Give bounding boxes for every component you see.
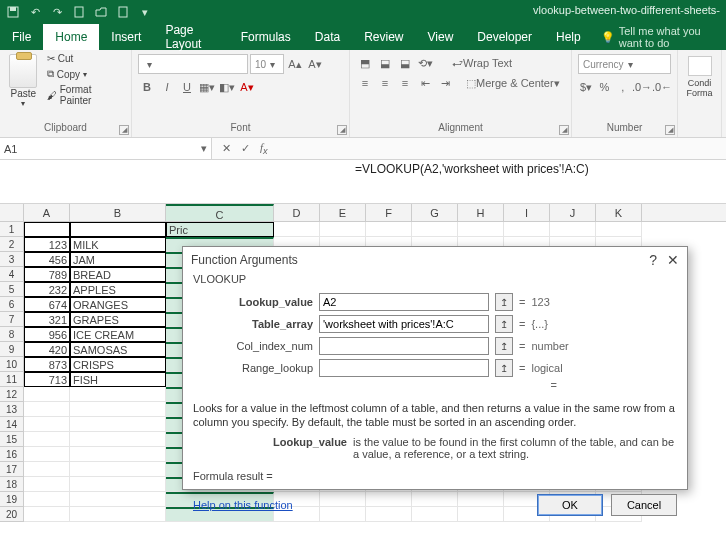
cell[interactable] (70, 417, 166, 432)
decrease-font-icon[interactable]: A▾ (306, 55, 324, 73)
format-painter-button[interactable]: 🖌Format Painter (45, 83, 125, 107)
cut-button[interactable]: ✂Cut (45, 52, 125, 65)
cell[interactable] (70, 447, 166, 462)
cell[interactable] (24, 477, 70, 492)
help-icon[interactable]: ? (649, 252, 657, 268)
font-color-icon[interactable]: A▾ (238, 78, 256, 96)
conditional-formatting-icon[interactable] (688, 56, 712, 76)
cell[interactable] (70, 462, 166, 477)
row-header[interactable]: 8 (0, 327, 24, 342)
align-bottom-icon[interactable]: ⬓ (396, 54, 414, 72)
cell[interactable] (458, 222, 504, 237)
cell[interactable] (70, 222, 166, 237)
decrease-decimal-icon[interactable]: .0← (653, 78, 671, 96)
lookup-value-input[interactable] (319, 293, 489, 311)
save-icon[interactable] (6, 5, 20, 19)
cell[interactable] (24, 387, 70, 402)
col-header[interactable]: H (458, 204, 504, 221)
cell[interactable] (366, 222, 412, 237)
collapse-dialog-icon[interactable]: ↥ (495, 315, 513, 333)
tell-me-search[interactable]: 💡 Tell me what you want to do (593, 24, 726, 50)
align-right-icon[interactable]: ≡ (396, 74, 414, 92)
copy-button[interactable]: ⧉Copy▾ (45, 67, 125, 81)
percent-icon[interactable]: % (596, 78, 612, 96)
col-header[interactable]: B (70, 204, 166, 221)
cell[interactable]: 789 (24, 267, 70, 282)
cell[interactable] (24, 402, 70, 417)
cell[interactable] (70, 387, 166, 402)
tab-help[interactable]: Help (544, 24, 593, 50)
cancel-button[interactable]: Cancel (611, 494, 677, 516)
cell[interactable] (24, 432, 70, 447)
tab-developer[interactable]: Developer (465, 24, 544, 50)
row-header[interactable]: 11 (0, 372, 24, 387)
italic-button[interactable]: I (158, 78, 176, 96)
table-array-input[interactable] (319, 315, 489, 333)
print-preview-icon[interactable] (116, 5, 130, 19)
cell[interactable] (24, 462, 70, 477)
increase-decimal-icon[interactable]: .0→ (633, 78, 651, 96)
align-top-icon[interactable]: ⬒ (356, 54, 374, 72)
tab-home[interactable]: Home (43, 24, 99, 50)
dialog-launcher-icon[interactable]: ◢ (337, 125, 347, 135)
qat-dropdown-icon[interactable]: ▾ (138, 5, 152, 19)
cell[interactable]: 123 (24, 237, 70, 252)
row-header[interactable]: 9 (0, 342, 24, 357)
cell[interactable]: 956 (24, 327, 70, 342)
decrease-indent-icon[interactable]: ⇤ (416, 74, 434, 92)
undo-icon[interactable]: ↶ (28, 5, 42, 19)
cell[interactable] (24, 507, 70, 522)
wrap-text-button[interactable]: ⮐ Wrap Text (448, 54, 516, 72)
cell[interactable]: CRISPS (70, 357, 166, 372)
row-header[interactable]: 2 (0, 237, 24, 252)
cell[interactable]: 674 (24, 297, 70, 312)
comma-icon[interactable]: , (615, 78, 631, 96)
cell[interactable]: ICE CREAM (70, 327, 166, 342)
cell[interactable] (320, 222, 366, 237)
row-header[interactable]: 19 (0, 492, 24, 507)
cell[interactable]: ORANGES (70, 297, 166, 312)
cell[interactable]: BREAD (70, 267, 166, 282)
cell[interactable]: 420 (24, 342, 70, 357)
cell[interactable]: JAM (70, 252, 166, 267)
col-header[interactable]: J (550, 204, 596, 221)
row-header[interactable]: 14 (0, 417, 24, 432)
cancel-formula-icon[interactable]: ✕ (222, 142, 231, 155)
tab-page-layout[interactable]: Page Layout (153, 24, 228, 50)
dialog-launcher-icon[interactable]: ◢ (119, 125, 129, 135)
cell[interactable]: SAMOSAS (70, 342, 166, 357)
col-header[interactable]: C (166, 204, 274, 221)
row-header[interactable]: 5 (0, 282, 24, 297)
row-header[interactable]: 12 (0, 387, 24, 402)
paste-button[interactable]: Paste ▾ (6, 52, 41, 114)
fx-icon[interactable]: fx (260, 141, 268, 156)
tab-file[interactable]: File (0, 24, 43, 50)
dialog-launcher-icon[interactable]: ◢ (665, 125, 675, 135)
row-header[interactable]: 3 (0, 252, 24, 267)
tab-data[interactable]: Data (303, 24, 352, 50)
cell[interactable] (70, 507, 166, 522)
row-header[interactable]: 20 (0, 507, 24, 522)
cell[interactable] (24, 492, 70, 507)
enter-formula-icon[interactable]: ✓ (241, 142, 250, 155)
cell[interactable]: 713 (24, 372, 70, 387)
accounting-format-icon[interactable]: $▾ (578, 78, 594, 96)
align-left-icon[interactable]: ≡ (356, 74, 374, 92)
redo-icon[interactable]: ↷ (50, 5, 64, 19)
row-header[interactable]: 4 (0, 267, 24, 282)
tab-review[interactable]: Review (352, 24, 415, 50)
row-header[interactable]: 18 (0, 477, 24, 492)
row-header[interactable]: 7 (0, 312, 24, 327)
collapse-dialog-icon[interactable]: ↥ (495, 359, 513, 377)
chevron-down-icon[interactable]: ▾ (21, 99, 25, 108)
cell[interactable] (70, 432, 166, 447)
font-name-combo[interactable]: ▾ (138, 54, 248, 74)
col-header[interactable]: G (412, 204, 458, 221)
col-header[interactable]: A (24, 204, 70, 221)
cell[interactable]: 873 (24, 357, 70, 372)
font-size-combo[interactable]: 10▾ (250, 54, 284, 74)
fill-color-icon[interactable]: ◧▾ (218, 78, 236, 96)
borders-icon[interactable]: ▦▾ (198, 78, 216, 96)
cell[interactable] (24, 417, 70, 432)
name-box[interactable]: A1 ▾ (0, 138, 212, 159)
